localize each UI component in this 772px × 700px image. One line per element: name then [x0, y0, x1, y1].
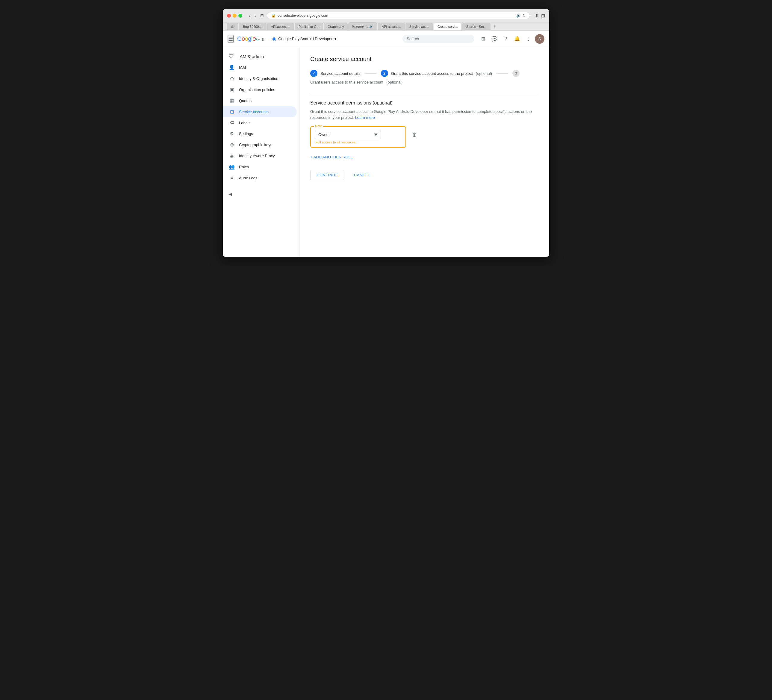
help-icon[interactable]: ?: [501, 34, 511, 44]
crypto-keys-icon: ⊛: [229, 142, 235, 147]
new-tab-icon[interactable]: ⊞: [541, 13, 545, 18]
add-another-role-button[interactable]: + ADD ANOTHER ROLE: [310, 152, 353, 162]
sidebar-item-audit-logs[interactable]: ≡ Audit Logs: [223, 172, 297, 183]
step-3-optional: (optional): [386, 80, 402, 84]
step-1-label: Service account details: [321, 71, 361, 76]
role-container: Role Owner Editor Viewer Browser Full ac…: [310, 126, 406, 147]
sidebar-item-label-audit-logs: Audit Logs: [239, 176, 257, 180]
continue-button[interactable]: CONTINUE: [310, 170, 344, 180]
sidebar-item-label-service-accounts: Service accounts: [239, 110, 268, 114]
share-icon[interactable]: ⬆: [535, 13, 539, 18]
new-tab-button[interactable]: +: [491, 23, 499, 30]
stepper: ✓ Service account details 2 Grant this s…: [310, 70, 538, 84]
collapse-icon: ◀: [229, 191, 232, 196]
project-selector[interactable]: ◉ Google Play Android Developer ▾: [270, 35, 339, 43]
sidebar-item-label-iam: IAM: [239, 65, 246, 70]
sidebar-item-label-iap: Identity-Aware Proxy: [239, 154, 275, 158]
tab-overview-icon[interactable]: ⊞: [260, 13, 264, 18]
sidebar-item-identity[interactable]: ⊙ Identity & Organisation: [223, 73, 297, 84]
sidebar-item-label-settings: Settings: [239, 131, 253, 136]
project-dropdown-icon[interactable]: ▾: [334, 36, 337, 41]
role-label: Role: [314, 124, 323, 128]
sidebar-item-iam[interactable]: 👤 IAM: [223, 62, 297, 73]
tab-api-access-1[interactable]: API access...: [267, 23, 294, 30]
app-body: 🛡 IAM & admin 👤 IAM ⊙ Identity & Organis…: [223, 47, 549, 257]
tab-bug[interactable]: Bug 59400:...: [239, 23, 266, 30]
sidebar-item-settings[interactable]: ⚙ Settings: [223, 128, 297, 139]
more-options-icon[interactable]: ⋮: [523, 34, 534, 44]
cancel-button[interactable]: CANCEL: [348, 170, 377, 180]
tab-stores[interactable]: Stores - Sm...: [462, 23, 490, 30]
step-3-label: Grant users access to this service accou…: [310, 80, 383, 84]
apps-icon[interactable]: ⊞: [478, 34, 488, 44]
refresh-icon[interactable]: ↻: [523, 13, 525, 18]
step-2-number: 2: [383, 71, 385, 75]
sidebar-item-labels[interactable]: 🏷 Labels: [223, 117, 297, 128]
notifications-icon[interactable]: 🔔: [512, 34, 522, 44]
sidebar-item-label-crypto-keys: Cryptographic keys: [239, 142, 272, 147]
project-name: Google Play Android Developer: [278, 36, 332, 41]
org-policies-icon: ▣: [229, 87, 235, 93]
action-buttons: CONTINUE CANCEL: [310, 170, 538, 180]
maximize-button[interactable]: [238, 14, 242, 18]
nav-buttons: ‹ ›: [248, 13, 257, 19]
role-select[interactable]: Owner Editor Viewer Browser: [315, 130, 381, 139]
iap-icon: ◈: [229, 153, 235, 159]
sidebar-title: IAM & admin: [238, 54, 264, 59]
address-bar[interactable]: 🔒 console.developers.google.com 🔊 ↻: [267, 12, 530, 19]
sidebar-item-crypto-keys[interactable]: ⊛ Cryptographic keys: [223, 139, 297, 150]
sidebar-item-label-org-policies: Organisation policies: [239, 87, 275, 92]
stepper-row-1: ✓ Service account details 2 Grant this s…: [310, 70, 538, 84]
url-text: console.developers.google.com: [278, 13, 328, 18]
chat-icon[interactable]: 💬: [489, 34, 499, 44]
sidebar-item-quotas[interactable]: ▦ Quotas: [223, 95, 297, 106]
sidebar-item-label-labels: Labels: [239, 121, 250, 125]
apis-text: APIs: [255, 36, 264, 42]
tab-api-access-2[interactable]: API access...: [378, 23, 405, 30]
page-title: Create service account: [310, 56, 538, 62]
step-2-label: Grant this service account access to the…: [391, 71, 473, 76]
role-hint: Full access to all resources.: [315, 141, 401, 144]
app-header: ☰ Google APIs ◉ Google Play Android Deve…: [223, 31, 549, 47]
back-button[interactable]: ‹: [248, 13, 252, 19]
identity-icon: ⊙: [229, 76, 235, 82]
tab-grammarly[interactable]: Grammarly: [324, 23, 348, 30]
search-input[interactable]: [402, 35, 474, 43]
hamburger-menu[interactable]: ☰: [227, 35, 234, 43]
sidebar: 🛡 IAM & admin 👤 IAM ⊙ Identity & Organis…: [223, 47, 299, 257]
main-content: Create service account ✓ Service account…: [299, 47, 549, 257]
shield-icon: 🛡: [229, 53, 234, 60]
audio-icon: 🔊: [516, 13, 521, 18]
sidebar-item-roles[interactable]: 👥 Roles: [223, 161, 297, 172]
traffic-lights: [227, 14, 242, 18]
sidebar-item-org-policies[interactable]: ▣ Organisation policies: [223, 84, 297, 95]
service-accounts-icon: ⊡: [229, 109, 235, 114]
step-3-circle: 3: [512, 70, 520, 77]
section-description: Grant this service account access to Goo…: [310, 109, 538, 120]
step-1-circle: ✓: [310, 70, 317, 77]
tab-fragment[interactable]: Fragmen... 🔊: [348, 23, 377, 30]
minimize-button[interactable]: [233, 14, 237, 18]
tab-publish[interactable]: Publish to G...: [294, 23, 323, 30]
learn-more-link[interactable]: Learn more: [355, 115, 375, 120]
sidebar-item-service-accounts[interactable]: ⊡ Service accounts: [223, 106, 297, 117]
labels-icon: 🏷: [229, 120, 235, 126]
step-2-optional: (optional): [476, 71, 492, 76]
google-logo: Google APIs: [237, 35, 264, 42]
forward-button[interactable]: ›: [254, 13, 257, 19]
roles-icon: 👥: [229, 164, 235, 170]
close-button[interactable]: [227, 14, 231, 18]
sidebar-item-iap[interactable]: ◈ Identity-Aware Proxy: [223, 150, 297, 161]
settings-icon: ⚙: [229, 131, 235, 137]
tab-create-servi[interactable]: Create servi...: [433, 23, 462, 30]
quotas-icon: ▦: [229, 98, 235, 104]
permissions-section: Service account permissions (optional) G…: [310, 100, 538, 180]
tab-service-acc[interactable]: Service acc...: [406, 23, 433, 30]
delete-role-button[interactable]: 🗑: [411, 131, 419, 139]
tab-de[interactable]: de: [227, 23, 238, 30]
avatar[interactable]: S: [535, 34, 545, 44]
checkmark-icon: ✓: [312, 71, 316, 76]
sidebar-collapse-btn[interactable]: ◀: [223, 188, 299, 200]
add-role-label: + ADD ANOTHER ROLE: [310, 155, 353, 159]
audit-logs-icon: ≡: [229, 175, 235, 180]
